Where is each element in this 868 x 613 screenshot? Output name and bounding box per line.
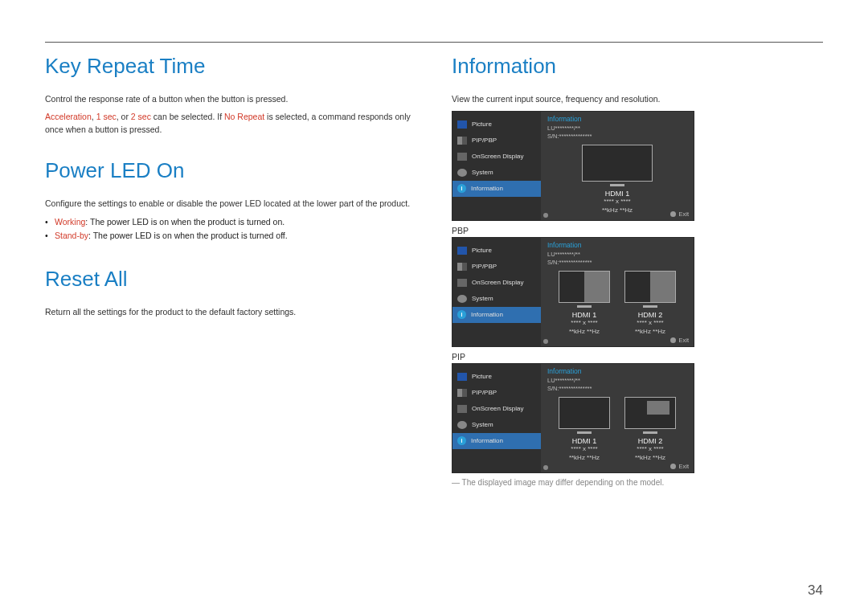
picture-icon [457, 373, 467, 381]
krt-desc-2: Acceleration, 1 sec, or 2 sec can be sel… [45, 111, 416, 137]
system-icon [457, 295, 467, 303]
right-column: Information View the current input sourc… [452, 54, 823, 487]
osd-model: LU********/** [547, 125, 687, 133]
onscreen-icon [457, 279, 467, 287]
heading-reset-all: Reset All [45, 267, 416, 292]
caption-pbp: PBP [452, 226, 823, 235]
picture-icon [457, 121, 467, 129]
kw-2sec: 2 sec [131, 112, 151, 121]
osd-pane-title: Information [547, 115, 687, 123]
heading-key-repeat-time: Key Repeat Time [45, 54, 416, 79]
page-number: 34 [808, 582, 823, 599]
osd-screenshot-pip: Picture PIP/PBP OnScreen Display System … [452, 363, 694, 473]
pippbp-icon [457, 389, 467, 397]
jog-icon [670, 464, 676, 469]
osd-monitor-hdmi1: HDMI 1 **** x **** **kHz **Hz [582, 145, 653, 215]
pippbp-icon [457, 137, 467, 145]
osd-sn: S/N:************** [547, 133, 687, 141]
osd-screenshot-single: Picture PIP/PBP OnScreen Display System … [452, 111, 694, 221]
caption-pip: PIP [452, 352, 823, 362]
osd-menu-information: iInformation [452, 181, 541, 197]
info-icon: i [457, 184, 466, 193]
nav-dot-icon [543, 339, 548, 344]
kw-working: Working [55, 217, 85, 227]
kw-norepeat: No Repeat [224, 112, 264, 121]
nav-dot-icon [543, 213, 548, 218]
heading-information: Information [452, 54, 823, 79]
reset-desc: Return all the settings for the product … [45, 306, 416, 319]
kw-1sec: 1 sec [96, 112, 117, 121]
osd-monitor-hdmi2: HDMI 2 **** x **** **kHz **Hz [624, 397, 676, 462]
picture-icon [457, 247, 467, 255]
jog-icon [670, 337, 676, 343]
osd-monitor-hdmi1: HDMI 1 **** x **** **kHz **Hz [559, 397, 610, 462]
osd-screenshot-pbp: Picture PIP/PBP OnScreen Display System … [452, 237, 694, 347]
osd-menu-onscreen: OnScreen Display [452, 149, 541, 165]
left-column: Key Repeat Time Control the response rat… [45, 54, 416, 487]
pled-bullets: Working: The power LED is on when the pr… [45, 215, 416, 243]
krt-desc-1: Control the response rate of a button wh… [45, 93, 416, 106]
system-icon [457, 169, 467, 177]
kw-acceleration: Acceleration [45, 112, 92, 121]
heading-power-led-on: Power LED On [45, 158, 416, 183]
osd-exit-hint: Exit [670, 210, 689, 218]
onscreen-icon [457, 153, 467, 161]
onscreen-icon [457, 405, 467, 413]
info-icon: i [457, 436, 466, 445]
osd-monitor-hdmi2: HDMI 2 **** x **** **kHz **Hz [624, 271, 676, 336]
kw-standby: Stand-by [55, 231, 88, 240]
jog-icon [670, 211, 676, 217]
osd-menu-pippbp: PIP/PBP [452, 133, 541, 149]
pled-bullet-standby: Stand-by: The power LED is on when the p… [45, 229, 416, 243]
osd-monitor-hdmi1: HDMI 1 **** x **** **kHz **Hz [559, 271, 610, 336]
top-rule [45, 42, 823, 43]
pled-bullet-working: Working: The power LED is on when the pr… [45, 215, 416, 229]
osd-main-panel: Information LU********/** S/N:**********… [541, 112, 694, 220]
pippbp-icon [457, 263, 467, 271]
nav-dot-icon [543, 465, 548, 470]
info-desc: View the current input source, frequency… [452, 93, 823, 106]
osd-sidebar: Picture PIP/PBP OnScreen Display System … [452, 112, 541, 220]
osd-menu-system: System [452, 165, 541, 181]
system-icon [457, 421, 467, 429]
pled-desc: Configure the settings to enable or disa… [45, 198, 416, 210]
info-footnote: ― The displayed image may differ dependi… [452, 478, 823, 487]
info-icon: i [457, 310, 466, 319]
osd-menu-picture: Picture [452, 116, 541, 133]
